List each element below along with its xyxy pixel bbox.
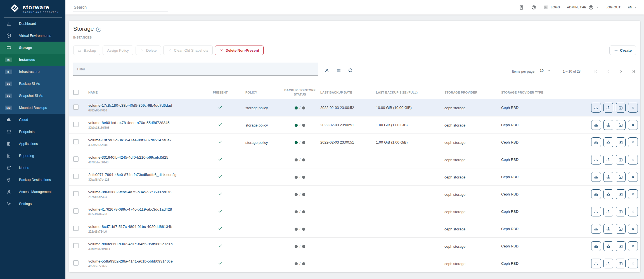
instance-name-link[interactable]: volume-331940fb-4245-4df0-b210-b69cefcf5… [88,155,210,159]
search-input[interactable] [73,3,168,11]
brand-logo[interactable]: storware BACKUP AND RECOVERY [4,0,62,18]
create-button[interactable]: Create [609,46,636,55]
storage-provider-link[interactable]: ceph storage [444,123,465,127]
sidebar-item-applications[interactable]: Applications [0,138,65,150]
column-header-backup-restore-status[interactable]: BACKUP / RESTORE STATUS [283,88,317,97]
backup-button[interactable]: Backup [73,46,100,55]
delete-button[interactable] [628,207,638,216]
delete-button[interactable]: Delete [136,46,161,55]
row-checkbox[interactable] [73,104,79,110]
row-checkbox[interactable] [73,122,79,127]
mount-button[interactable] [616,120,626,130]
column-header-present[interactable]: PRESENT [210,91,230,94]
instance-name-link[interactable]: volume-19f7d63d-3a1c-47a4-89f1-87de5147a… [88,138,210,142]
assign-policy-button[interactable]: Assign Policy [103,46,133,55]
storage-provider-link[interactable]: ceph storage [444,106,465,110]
restore-button[interactable] [603,259,613,268]
sidebar-item-backup-slas[interactable]: BSBackup SLAs [0,78,65,90]
delete-button[interactable] [628,241,638,251]
delete-button[interactable] [628,137,638,147]
sidebar-item-settings[interactable]: Settings [0,198,65,210]
storage-provider-link[interactable]: ceph storage [444,140,465,145]
report-icon[interactable] [519,5,524,10]
instance-name-link[interactable]: volume-8ef0f1cd-e478-4eee-a70a-55df8f728… [88,121,210,125]
delete-button[interactable] [628,120,638,130]
row-checkbox[interactable] [73,208,79,214]
row-checkbox[interactable] [73,174,79,179]
policy-link[interactable]: storage policy [245,140,268,145]
storage-provider-link[interactable]: ceph storage [444,210,465,214]
sidebar-item-instances[interactable]: ISInstances [0,54,65,66]
delete-button[interactable] [628,155,638,164]
backup-button[interactable] [591,224,601,234]
row-checkbox[interactable] [73,191,79,196]
column-header-last-backup-size-full[interactable]: LAST BACKUP SIZE (FULL) [373,91,441,94]
row-checkbox[interactable] [73,156,79,162]
page-next-icon[interactable] [619,69,624,74]
restore-button[interactable] [603,172,613,182]
storage-provider-link[interactable]: ceph storage [444,175,465,179]
sidebar-item-nodes[interactable]: Nodes [0,162,65,174]
delete-button[interactable] [628,224,638,234]
sidebar-item-infrastructure[interactable]: IFInfrastructure [0,66,65,78]
instance-name-link[interactable]: volume-8cd71bf7-517c-4804-91bc-4020dd661… [88,225,210,229]
filter-input[interactable] [73,67,318,71]
column-header-storage-provider[interactable]: STORAGE PROVIDER [441,91,498,94]
sidebar-item-storage[interactable]: Storage [0,42,65,54]
delete-button[interactable] [628,103,638,113]
instance-name-link[interactable]: 2cfc0971-7994-46e0-874c-fa73cd5adfd6_dis… [88,173,210,177]
backup-button[interactable] [591,207,601,216]
storage-provider-link[interactable]: ceph storage [444,192,465,197]
restore-button[interactable] [603,155,613,164]
clean-old-snapshots-button[interactable]: Clean Old Snapshots [163,46,213,55]
instance-name-link[interactable]: volume-558a93b2-2f6a-4141-a61b-5bbb09314… [88,259,210,263]
mount-button[interactable] [616,172,626,182]
row-checkbox[interactable] [73,260,79,266]
sidebar-item-snapshot-slas[interactable]: SSSnapshot SLAs [0,90,65,102]
row-checkbox[interactable] [73,243,79,248]
column-header-policy[interactable]: POLICY [230,91,283,94]
help-icon[interactable]: ? [96,27,101,32]
restore-button[interactable] [603,189,613,199]
sidebar-item-reporting[interactable]: Reporting [0,150,65,162]
restore-button[interactable] [603,103,613,113]
logout-button[interactable]: LOG OUT [606,6,621,9]
restore-button[interactable] [603,207,613,216]
policy-link[interactable]: storage policy [245,106,268,110]
backup-button[interactable] [591,259,601,268]
delete-button[interactable] [628,259,638,268]
language-selector[interactable]: EN [628,6,637,9]
storage-provider-link[interactable]: ceph storage [444,262,465,266]
sidebar-item-mounted-backups[interactable]: MBMounted Backups [0,102,65,114]
mount-button[interactable] [616,259,626,268]
storage-provider-link[interactable]: ceph storage [444,227,465,231]
row-checkbox[interactable] [73,139,79,144]
backup-button[interactable] [591,172,601,182]
backup-button[interactable] [591,120,601,130]
instance-name-link[interactable]: volume-8d683882-fcbc-4d75-b345-97f35937e… [88,190,210,194]
column-header-last-backup-date[interactable]: LAST BACKUP DATE [317,91,373,94]
columns-icon[interactable] [336,68,341,73]
column-header-storage-provider-type[interactable]: STORAGE PROVIDER TYPE [498,91,548,94]
instance-name-link[interactable]: volume-d80fe860-d302-4d1e-84b5-95d5882c7… [88,242,210,246]
select-all-checkbox[interactable] [73,90,79,95]
restore-button[interactable] [603,224,613,234]
instance-name-link[interactable]: volume-f1762678-089c-474c-b119-abc3dd1ad… [88,207,210,211]
mount-button[interactable] [616,155,626,164]
policy-link[interactable]: storage policy [245,123,268,127]
delete-button[interactable] [628,172,638,182]
row-checkbox[interactable] [73,226,79,231]
delete-non-present-button[interactable]: Delete Non-Present [215,46,264,55]
mount-button[interactable] [616,189,626,199]
restore-button[interactable] [603,120,613,130]
sidebar-item-cloud[interactable]: Cloud [0,114,65,126]
sidebar-item-endpoints[interactable]: Endpoints [0,126,65,138]
mount-button[interactable] [616,103,626,113]
page-last-icon[interactable] [631,69,636,74]
mount-button[interactable] [616,137,626,147]
column-header-name[interactable]: NAME [84,91,210,94]
storage-provider-link[interactable]: ceph storage [444,244,465,249]
backup-button[interactable] [591,155,601,164]
sidebar-item-backup-destinations[interactable]: Backup Destinations [0,174,65,186]
sidebar-item-virtual-environments[interactable]: Virtual Environments [0,30,65,42]
